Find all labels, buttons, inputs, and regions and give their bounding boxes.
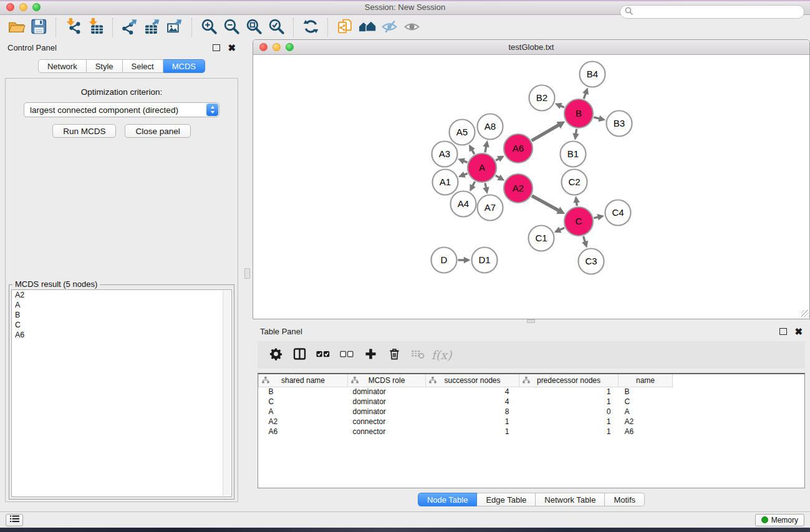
graph-node-C[interactable]: C <box>564 207 593 236</box>
graph-node-B2[interactable]: B2 <box>529 85 555 111</box>
tab-select[interactable]: Select <box>123 59 163 73</box>
table-cell[interactable]: B <box>619 387 673 397</box>
graph-edge-B-B1[interactable] <box>572 129 579 140</box>
table-tab-network-table[interactable]: Network Table <box>536 493 605 506</box>
table-cell[interactable]: dominator <box>348 387 426 397</box>
show-all-button[interactable] <box>401 17 423 38</box>
graph-edge-D-D1[interactable] <box>458 257 471 264</box>
export-table-button[interactable] <box>141 17 163 38</box>
float-table-panel-button[interactable] <box>779 328 787 335</box>
table-cell[interactable]: connector <box>348 417 426 427</box>
graph-node-D[interactable]: D <box>432 248 457 273</box>
table-cell[interactable]: 1 <box>519 397 619 407</box>
table-cell[interactable]: B <box>259 387 348 397</box>
graph-node-A2[interactable]: A2 <box>504 174 533 203</box>
table-cell[interactable]: 4 <box>426 387 519 397</box>
graph-node-C1[interactable]: C1 <box>529 226 554 251</box>
zoom-fit-button[interactable] <box>243 17 265 38</box>
table-row[interactable]: A6connector11A6 <box>259 427 673 437</box>
zoom-out-button[interactable] <box>220 17 243 38</box>
graph-node-A5[interactable]: A5 <box>450 120 475 145</box>
toggle-columns-button[interactable] <box>291 346 307 364</box>
table-cell[interactable]: A6 <box>259 427 348 437</box>
task-history-button[interactable] <box>6 514 23 526</box>
graph-edge-A2-C[interactable] <box>532 196 565 214</box>
table-cell[interactable]: dominator <box>348 397 426 407</box>
graph-node-D1[interactable]: D1 <box>472 248 498 273</box>
network-graph[interactable]: B4B2BB3A5A8A6A3B1AA1C2A2A4A7C4CC1C3DD1 <box>253 55 809 318</box>
table-cell[interactable]: connector <box>348 427 426 437</box>
graph-node-B3[interactable]: B3 <box>607 111 632 137</box>
graph-edge-B-B4[interactable] <box>582 87 589 99</box>
close-panel-icon[interactable]: ✖ <box>228 44 236 51</box>
search-field[interactable] <box>620 5 804 19</box>
export-network-button[interactable] <box>118 17 141 38</box>
refresh-layout-button[interactable] <box>299 17 322 38</box>
run-mcds-button[interactable]: Run MCDS <box>52 124 116 138</box>
table-cell[interactable]: A <box>619 407 673 417</box>
table-cell[interactable]: A2 <box>619 417 673 427</box>
graph-node-C3[interactable]: C3 <box>579 249 604 274</box>
table-row[interactable]: Cdominator41C <box>259 397 673 407</box>
tab-network[interactable]: Network <box>38 59 87 73</box>
new-network-from-selection-button[interactable] <box>334 17 356 38</box>
graph-node-C4[interactable]: C4 <box>605 200 631 226</box>
graph-edge-C-C2[interactable] <box>573 196 579 206</box>
graph-edge-C-C4[interactable] <box>594 214 604 220</box>
table-cell[interactable]: 1 <box>519 387 619 397</box>
vertical-split-divider[interactable] <box>243 39 253 511</box>
table-cell[interactable]: 1 <box>519 427 619 437</box>
mcds-result-item[interactable]: A2 <box>12 290 231 300</box>
import-network-button[interactable] <box>62 17 84 38</box>
tab-style[interactable]: Style <box>87 59 123 73</box>
column-header-successor-nodes[interactable]: successor nodes <box>426 374 519 387</box>
graph-node-A8[interactable]: A8 <box>478 114 503 140</box>
open-session-button[interactable] <box>5 17 27 38</box>
table-cell[interactable]: dominator <box>348 407 426 417</box>
table-cell[interactable]: A2 <box>259 417 348 427</box>
column-header-predecessor-nodes[interactable]: predecessor nodes <box>519 374 619 387</box>
search-input[interactable] <box>633 7 799 16</box>
mcds-result-item[interactable]: A <box>12 300 231 310</box>
graph-edge-C-C3[interactable] <box>582 236 588 248</box>
graph-node-B[interactable]: B <box>564 99 593 128</box>
column-header-mcds-role[interactable]: MCDS role <box>348 374 426 387</box>
optimization-dropdown[interactable]: largest connected component (directed) <box>24 102 219 117</box>
graph-node-A4[interactable]: A4 <box>451 191 476 217</box>
import-table-button[interactable] <box>84 17 107 38</box>
graph-edge-C-C1[interactable] <box>554 227 565 233</box>
divider-thumb[interactable] <box>244 268 250 279</box>
graph-node-A1[interactable]: A1 <box>433 170 458 195</box>
table-cell[interactable]: A <box>259 407 348 417</box>
table-tab-edge-table[interactable]: Edge Table <box>477 493 536 506</box>
save-session-button[interactable] <box>27 17 50 38</box>
table-cell[interactable]: 8 <box>426 407 519 417</box>
table-cell[interactable]: C <box>259 397 348 407</box>
network-window-titlebar[interactable]: testGlobe.txt <box>253 40 809 55</box>
graph-node-A7[interactable]: A7 <box>478 195 503 221</box>
table-settings-button[interactable] <box>268 346 284 364</box>
graph-edge-A-A3[interactable] <box>458 158 467 164</box>
mcds-result-item[interactable]: C <box>12 320 231 330</box>
mcds-result-item[interactable]: B <box>12 310 231 320</box>
graph-edge-A-A2[interactable] <box>496 175 505 181</box>
result-list-scrollbar[interactable] <box>223 291 231 496</box>
select-all-rows-button[interactable] <box>315 346 331 364</box>
graph-edge-B-B2[interactable] <box>555 103 564 109</box>
graph-edge-A-A4[interactable] <box>470 181 476 191</box>
zoom-in-button[interactable] <box>198 17 220 38</box>
delete-rows-button[interactable] <box>386 346 402 364</box>
float-panel-button[interactable] <box>213 44 220 51</box>
table-row[interactable]: A2connector11A2 <box>259 417 673 427</box>
memory-button[interactable]: Memory <box>755 514 804 526</box>
graph-edge-A-A6[interactable] <box>496 156 504 162</box>
hide-selected-button[interactable] <box>378 17 401 38</box>
table-cell[interactable]: 1 <box>426 417 519 427</box>
graph-node-A[interactable]: A <box>468 153 496 182</box>
graph-edge-A-A5[interactable] <box>469 145 475 155</box>
graph-edge-A-A7[interactable] <box>483 183 489 193</box>
table-cell[interactable]: 0 <box>519 407 619 417</box>
table-row[interactable]: Bdominator41B <box>259 387 673 397</box>
mcds-result-item[interactable]: A6 <box>12 330 231 340</box>
resize-grip[interactable] <box>801 310 809 317</box>
